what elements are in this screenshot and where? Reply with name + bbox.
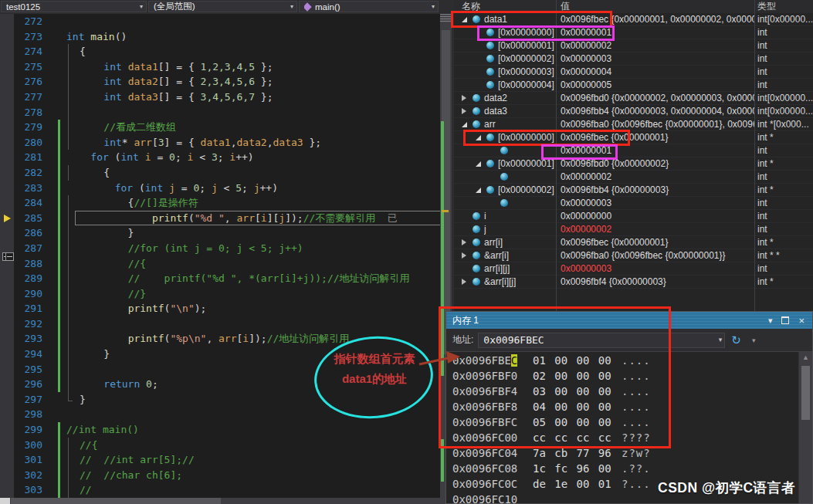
memory-row[interactable]: 0x0096FC10 — [446, 492, 799, 504]
memory-address-input[interactable] — [478, 333, 725, 348]
code-line[interactable]: 277 int data3[] = { 3,4,5,6,7 }; — [0, 90, 452, 105]
watch-row[interactable]: &arr[i][j]0x0096fbf4 {0x00000003}int * — [454, 276, 813, 289]
code-line[interactable]: 302// //char ch[6]; — [0, 468, 452, 483]
breakpoint-margin[interactable] — [0, 301, 14, 316]
scope-dropdown[interactable]: (全局范围) ▾ — [148, 1, 297, 12]
code-line[interactable]: 282 { — [0, 165, 452, 181]
code-line[interactable]: 285 printf("%d ", arr[i][j]);//不需要解引用 已 — [0, 211, 452, 226]
watch-row[interactable]: j0x00000002int — [454, 223, 813, 236]
collapsed-arrow-icon[interactable] — [462, 252, 473, 259]
memory-row[interactable]: 0x0096FBF403 00 00 00.... — [446, 384, 799, 399]
code-line[interactable]: 275 int data1[] = { 1,2,3,4,5 }; — [0, 59, 452, 75]
watch-row[interactable]: arr[i][j]0x00000003int — [454, 262, 813, 276]
scroll-up-icon[interactable]: ▲ — [799, 353, 812, 361]
code-line[interactable]: 299//int main() — [0, 422, 452, 438]
code-line[interactable]: 303// — [0, 482, 452, 498]
scrollbar-thumb[interactable] — [801, 366, 810, 420]
columns-dropdown-icon[interactable]: ▾ — [752, 337, 756, 344]
watch-row[interactable]: [0x00000004]0x00000005int — [454, 79, 813, 92]
code-line[interactable]: 296 return 0; — [0, 377, 452, 392]
code-line[interactable]: 298 — [0, 407, 452, 422]
code-line[interactable]: 295 — [0, 362, 452, 377]
collapsed-arrow-icon[interactable] — [462, 108, 473, 114]
memory-row[interactable]: 0x0096FC081c fc 96 00.??. — [446, 461, 799, 476]
breakpoint-margin[interactable] — [0, 105, 14, 120]
splitter-grip[interactable] — [440, 14, 452, 22]
function-dropdown[interactable]: main() ▾ — [299, 1, 439, 12]
project-dropdown[interactable]: test0125 ▾ — [1, 1, 147, 12]
memory-row[interactable]: 0x0096FC0Cde 1e 00 01?... — [446, 476, 799, 492]
column-header-value[interactable]: 值 — [556, 0, 754, 13]
code-editor[interactable]: 272273int main()274{275 int data1[] = { … — [0, 14, 452, 498]
code-line[interactable]: 272 — [0, 14, 452, 29]
breakpoint-margin[interactable] — [0, 225, 14, 241]
memory-scrollbar[interactable]: ▲ — [798, 352, 812, 503]
breakpoint-margin[interactable] — [0, 286, 14, 302]
memory-row[interactable]: 0x0096FBFC05 00 00 00.... — [446, 414, 799, 430]
code-line[interactable]: 294 } — [0, 347, 452, 362]
memory-row[interactable]: 0x0096FC047a cb 77 96z?w? — [446, 445, 799, 461]
watch-row[interactable]: [0x00000000]0x0096fbec {0x00000001}int * — [454, 131, 813, 144]
memory-row[interactable]: 0x0096FBF002 00 00 00.... — [446, 368, 799, 384]
code-line[interactable]: 290 //} — [0, 286, 452, 302]
breakpoint-margin[interactable] — [0, 90, 14, 105]
watch-row[interactable]: i0x00000000int — [454, 210, 813, 223]
breakpoint-margin[interactable] — [0, 362, 14, 377]
breakpoint-margin[interactable] — [0, 316, 14, 332]
watch-row[interactable]: [0x00000001]0x0096fbd0 {0x00000002}int * — [454, 157, 813, 171]
breakpoint-margin[interactable] — [0, 271, 14, 286]
refresh-icon[interactable]: ↻ — [731, 334, 741, 346]
code-line[interactable]: 292 — [0, 316, 452, 332]
code-line[interactable]: 291 printf("\n"); — [0, 301, 452, 316]
code-line[interactable]: 293 printf("%p\n", arr[i]);//地址访问解引用 — [0, 331, 452, 347]
code-line[interactable]: 297} — [0, 392, 452, 408]
watch-row[interactable]: [0x00000003]0x00000004int — [454, 66, 813, 79]
code-line[interactable]: 274{ — [0, 44, 452, 59]
breakpoint-margin[interactable] — [0, 29, 14, 45]
code-line[interactable]: 278 — [0, 105, 452, 120]
code-line[interactable]: 281 for (int i = 0; i < 3; i++) — [0, 150, 452, 165]
watch-row[interactable]: 0x00000002int — [454, 171, 813, 184]
watch-row[interactable]: [0x00000002]0x0096fbb4 {0x00000003}int * — [454, 184, 813, 197]
code-line[interactable]: 301// //int arr[5];// — [0, 452, 452, 468]
watch-row[interactable]: 0x00000003int — [454, 197, 813, 210]
expanded-arrow-icon[interactable] — [476, 188, 486, 193]
fold-collapse-icon[interactable] — [5, 252, 14, 261]
breakpoint-margin[interactable] — [0, 120, 14, 135]
column-divider[interactable] — [556, 0, 557, 311]
close-icon[interactable]: × — [798, 316, 805, 326]
code-line[interactable]: 280 int* arr[3] = { data1,data2,data3 }; — [0, 135, 452, 151]
memory-content[interactable]: 0x0096FBEC01 00 00 00....0x0096FBF002 00… — [446, 353, 799, 503]
watch-row[interactable]: data20x0096fbd0 {0x00000002, 0x00000003,… — [454, 92, 813, 105]
breakpoint-margin[interactable] — [0, 44, 14, 59]
code-line[interactable]: 276 int data2[] = { 2,3,4,5,6 }; — [0, 74, 452, 90]
breakpoint-margin[interactable] — [0, 195, 14, 211]
breakpoint-margin[interactable] — [0, 211, 14, 226]
watch-row[interactable]: [0x00000000]0x00000001int — [454, 26, 813, 39]
watch-row[interactable]: [0x00000001]0x00000002int — [454, 39, 813, 52]
breakpoint-margin[interactable] — [0, 74, 14, 90]
watch-row[interactable]: arr0x0096fba0 {0x0096fbec {0x00000001}, … — [454, 118, 813, 131]
watch-row[interactable]: &arr[i]0x0096fba0 {0x0096fbec {0x0000000… — [454, 249, 813, 262]
collapsed-arrow-icon[interactable] — [462, 239, 473, 245]
watch-row[interactable]: data10x0096fbec {0x00000001, 0x00000002,… — [454, 13, 813, 26]
collapsed-arrow-icon[interactable] — [462, 95, 473, 101]
scrollbar-thumb[interactable] — [11, 498, 221, 504]
breakpoint-margin[interactable] — [0, 135, 14, 151]
watch-row[interactable]: 0x00000001int — [454, 144, 813, 157]
watch-row[interactable]: arr[i]0x0096fbec {0x00000001}int * — [454, 236, 813, 249]
expanded-arrow-icon[interactable] — [462, 122, 473, 127]
memory-row[interactable]: 0x0096FBEC01 00 00 00.... — [446, 353, 799, 368]
breakpoint-margin[interactable] — [0, 392, 14, 408]
expanded-arrow-icon[interactable] — [476, 161, 486, 167]
window-position-icon[interactable]: ▾ — [768, 316, 773, 325]
breakpoint-margin[interactable] — [0, 482, 14, 498]
code-line[interactable]: 279 //看成二维数组 — [0, 120, 452, 135]
breakpoint-margin[interactable] — [0, 14, 14, 29]
expanded-arrow-icon[interactable] — [462, 17, 473, 22]
column-header-name[interactable]: 名称 — [454, 0, 556, 13]
fold-margin[interactable] — [2, 252, 11, 261]
code-line[interactable]: 273int main() — [0, 29, 452, 45]
breakpoint-margin[interactable] — [0, 165, 14, 181]
watch-row[interactable]: data30x0096fbb4 {0x00000003, 0x00000004,… — [454, 105, 813, 118]
